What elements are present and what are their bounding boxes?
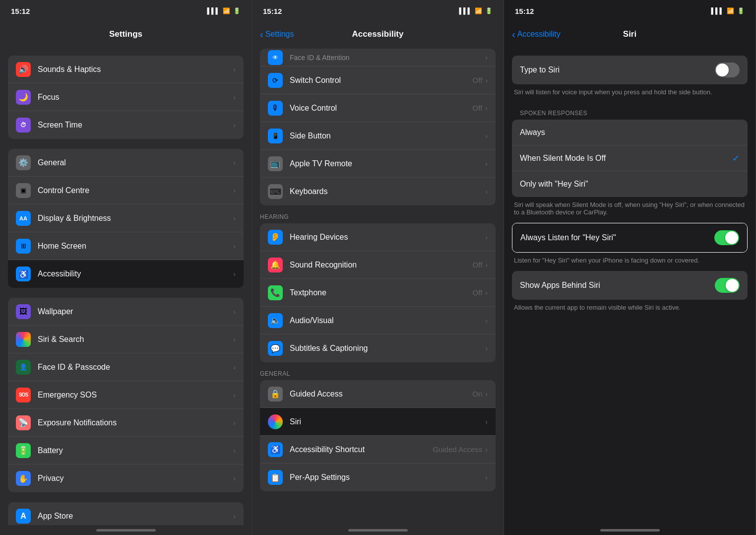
sounds-icon: 🔊 xyxy=(16,62,31,77)
settings-list-1: 🔊 Sounds & Haptics › 🌙 Focus › ⏱ Screen … xyxy=(0,47,252,525)
nav-header-2: ‹ Settings Accessibility xyxy=(252,22,504,47)
settings-item-audiovisual[interactable]: 🔈 Audio/Visual › xyxy=(260,307,496,334)
when-silent-row[interactable]: When Silent Mode Is Off ✓ xyxy=(512,145,748,171)
settings-item-screentime[interactable]: ⏱ Screen Time › xyxy=(8,111,244,139)
accessibilityshortcut-chevron: › xyxy=(485,446,488,454)
settings-item-perappsettings[interactable]: 📋 Per-App Settings › xyxy=(260,464,496,491)
settings-item-general[interactable]: ⚙️ General › xyxy=(8,149,244,177)
textphone-chevron: › xyxy=(485,289,488,297)
settings-item-appstore[interactable]: A App Store › xyxy=(8,502,244,525)
general-label: General xyxy=(38,158,233,167)
always-listen-subtext: Listen for "Hey Siri" when your iPhone i… xyxy=(512,254,748,271)
faceid-chevron: › xyxy=(233,363,236,371)
type-to-siri-row[interactable]: Type to Siri xyxy=(512,56,748,84)
focus-icon: 🌙 xyxy=(16,90,31,105)
guidedaccess-chevron: › xyxy=(485,390,488,398)
sirisearch-chevron: › xyxy=(233,335,236,343)
display-chevron: › xyxy=(233,214,236,222)
textphone-label: Textphone xyxy=(290,288,473,297)
settings-item-voicecontrol[interactable]: 🎙 Voice Control Off › xyxy=(260,94,496,122)
wallpaper-chevron: › xyxy=(233,308,236,316)
homescreen-label: Home Screen xyxy=(38,242,233,251)
settings-item-appletvremote[interactable]: 📺 Apple TV Remote › xyxy=(260,150,496,178)
siri-back-button[interactable]: ‹ Accessibility xyxy=(512,29,561,40)
settings-item-homescreen[interactable]: ⊞ Home Screen › xyxy=(8,232,244,260)
always-listen-toggle[interactable] xyxy=(714,230,739,245)
soundrecognition-icon: 🔔 xyxy=(268,258,283,272)
back-chevron-icon-3: ‹ xyxy=(512,29,515,40)
settings-item-switchcontrol[interactable]: ⟳ Switch Control Off › xyxy=(260,67,496,94)
siri-p2-label: Siri xyxy=(290,417,485,426)
settings-item-hearingdevices[interactable]: 👂 Hearing Devices › xyxy=(260,223,496,251)
sounds-chevron: › xyxy=(233,66,236,73)
type-to-siri-toggle[interactable] xyxy=(715,63,740,77)
signal-icon-1: ▌▌▌ xyxy=(207,7,220,14)
hearingdevices-chevron: › xyxy=(485,233,488,241)
spoken-responses-header: SPOKEN RESPONSES xyxy=(512,103,748,120)
settings-item-accessibility[interactable]: ♿ Accessibility › xyxy=(8,260,244,288)
panel2-group-general: 🔒 Guided Access On › Siri › ♿ Accessibil… xyxy=(260,380,496,491)
faceid-icon: 👤 xyxy=(16,360,31,375)
guidedaccess-label: Guided Access xyxy=(290,390,472,399)
status-time-2: 15:12 xyxy=(263,7,282,15)
faceidattention-icon: 👁 xyxy=(268,50,283,65)
settings-item-wallpaper[interactable]: 🖼 Wallpaper › xyxy=(8,298,244,326)
settings-item-emergencysos[interactable]: SOS Emergency SOS › xyxy=(8,381,244,409)
always-listen-row[interactable]: Always Listen for "Hey Siri" xyxy=(512,223,747,252)
appletvremote-label: Apple TV Remote xyxy=(290,159,485,168)
settings-item-exposure[interactable]: 📡 Exposure Notifications › xyxy=(8,409,244,437)
settings-item-keyboards[interactable]: ⌨ Keyboards › xyxy=(260,178,496,205)
voicecontrol-icon: 🎙 xyxy=(268,101,283,116)
general-chevron: › xyxy=(233,159,236,167)
settings-item-guidedaccess[interactable]: 🔒 Guided Access On › xyxy=(260,380,496,408)
show-apps-card: Show Apps Behind Siri xyxy=(512,271,748,300)
homescreen-chevron: › xyxy=(233,242,236,250)
when-silent-check: ✓ xyxy=(732,153,740,164)
voicecontrol-label: Voice Control xyxy=(290,104,473,113)
accessibility-label: Accessibility xyxy=(38,269,233,278)
settings-item-display[interactable]: AA Display & Brightness › xyxy=(8,204,244,232)
settings-item-soundrecognition[interactable]: 🔔 Sound Recognition Off › xyxy=(260,251,496,279)
panel1-title: Settings xyxy=(109,29,142,39)
settings-item-faceid[interactable]: 👤 Face ID & Passcode › xyxy=(8,353,244,381)
appstore-label: App Store xyxy=(38,512,233,521)
status-time-3: 15:12 xyxy=(515,7,534,15)
faceidattention-chevron: › xyxy=(485,54,488,62)
status-bar-1: 15:12 ▌▌▌ 📶 🔋 xyxy=(0,0,252,22)
always-row[interactable]: Always xyxy=(512,120,748,145)
controlcentre-label: Control Centre xyxy=(38,186,233,195)
settings-item-textphone[interactable]: 📞 Textphone Off › xyxy=(260,279,496,307)
accessibility-icon: ♿ xyxy=(16,267,31,281)
sirisearch-label: Siri & Search xyxy=(38,335,233,344)
battery-icon-2: 🔋 xyxy=(485,7,493,14)
settings-item-faceidattention-partial[interactable]: 👁 Face ID & Attention › xyxy=(260,49,496,67)
settings-item-accessibilityshortcut[interactable]: ♿ Accessibility Shortcut Guided Access › xyxy=(260,436,496,464)
only-hey-row[interactable]: Only with "Hey Siri" xyxy=(512,171,748,197)
settings-item-controlcentre[interactable]: ▣ Control Centre › xyxy=(8,177,244,204)
settings-item-focus[interactable]: 🌙 Focus › xyxy=(8,83,244,111)
screentime-chevron: › xyxy=(233,121,236,129)
show-apps-row[interactable]: Show Apps Behind Siri xyxy=(512,271,748,300)
appletvremote-icon: 📺 xyxy=(268,156,283,171)
switchcontrol-label: Switch Control xyxy=(290,76,473,85)
settings-item-sounds[interactable]: 🔊 Sounds & Haptics › xyxy=(8,56,244,83)
screentime-icon: ⏱ xyxy=(16,118,31,133)
accessibility-back-button[interactable]: ‹ Settings xyxy=(260,29,294,40)
settings-item-siri-p2[interactable]: Siri › xyxy=(260,408,496,436)
home-bar-1 xyxy=(96,529,156,532)
exposure-icon: 📡 xyxy=(16,415,31,430)
settings-item-battery[interactable]: 🔋 Battery › xyxy=(8,437,244,465)
hearingdevices-label: Hearing Devices xyxy=(290,233,485,242)
faceidattention-label: Face ID & Attention xyxy=(290,54,485,62)
type-to-siri-card: Type to Siri xyxy=(512,56,748,84)
settings-item-privacy[interactable]: ✋ Privacy › xyxy=(8,465,244,492)
settings-item-sirisearch[interactable]: Siri & Search › xyxy=(8,326,244,353)
settings-item-sidebutton[interactable]: 📱 Side Button › xyxy=(260,122,496,150)
show-apps-toggle[interactable] xyxy=(715,278,740,293)
home-indicator-1 xyxy=(0,525,252,535)
settings-item-subtitles[interactable]: 💬 Subtitles & Captioning › xyxy=(260,334,496,362)
wallpaper-label: Wallpaper xyxy=(38,307,233,316)
type-to-siri-label: Type to Siri xyxy=(520,66,715,74)
display-icon: AA xyxy=(16,211,31,226)
panel-accessibility: 15:12 ▌▌▌ 📶 🔋 ‹ Settings Accessibility 👁… xyxy=(252,0,504,535)
